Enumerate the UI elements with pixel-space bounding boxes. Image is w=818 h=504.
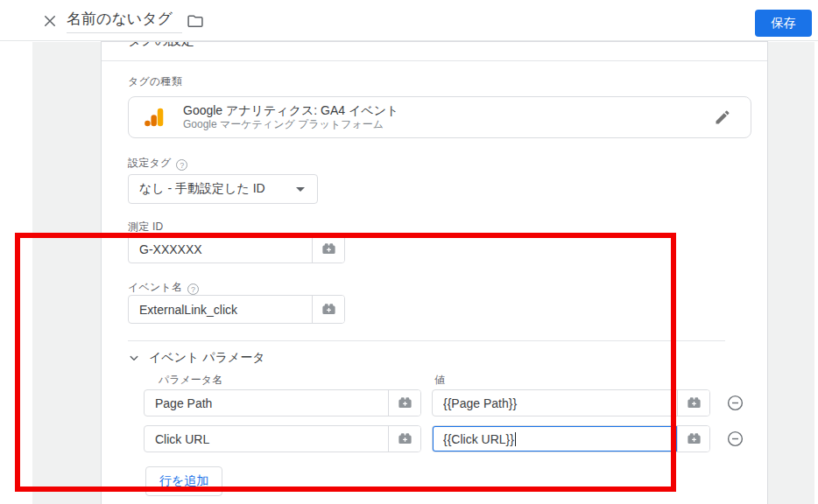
ga4-logo-icon [143, 106, 166, 129]
param-value-header: 値 [434, 373, 445, 388]
variable-picker-icon[interactable] [312, 235, 344, 262]
edit-pencil-icon[interactable] [714, 108, 731, 126]
param-name-input[interactable] [145, 390, 388, 416]
help-icon[interactable]: ? [176, 159, 187, 171]
remove-row-button[interactable] [726, 394, 744, 412]
variable-picker-icon[interactable] [677, 426, 709, 452]
event-params-section-label: イベント パラメータ [149, 350, 265, 366]
tag-name-field[interactable]: 名前のないタグ [67, 9, 182, 33]
event-name-input[interactable] [129, 296, 312, 323]
divider [102, 60, 767, 61]
tag-config-panel: タグの設定 タグの種類 Google アナリティクス: GA4 イベント Goo… [101, 41, 768, 504]
event-name-group [128, 295, 345, 324]
right-gutter [768, 42, 814, 504]
add-row-button[interactable]: 行を追加 [145, 466, 222, 496]
panel-heading-clipped: タグの設定 [128, 42, 303, 50]
variable-picker-icon[interactable] [388, 390, 420, 416]
param-name-input[interactable] [145, 426, 388, 452]
left-gutter [32, 42, 101, 504]
tag-type-platform: Google マーケティング プラットフォーム [183, 118, 714, 131]
param-row-name-group [144, 389, 421, 416]
measurement-id-group [128, 234, 345, 263]
help-icon[interactable]: ? [187, 284, 199, 295]
param-name-header: パラメータ名 [159, 373, 222, 388]
measurement-id-label: 測定 ID [128, 220, 163, 234]
chevron-down-icon [296, 187, 305, 192]
param-value-group: {{Click URL}} [432, 425, 710, 452]
measurement-id-input[interactable] [129, 235, 312, 262]
variable-picker-icon[interactable] [388, 426, 420, 452]
event-params-section-toggle[interactable]: イベント パラメータ [126, 350, 265, 366]
folder-icon[interactable] [187, 12, 204, 30]
param-value-text: {{Click URL}} [443, 432, 514, 446]
divider [128, 340, 725, 341]
save-button[interactable]: 保存 [755, 10, 812, 37]
config-tag-value: なし - 手動設定した ID [129, 181, 296, 197]
tag-type-label: タグの種類 [128, 74, 182, 89]
tag-type-name: Google アナリティクス: GA4 イベント [183, 103, 714, 118]
editor-header: 名前のないタグ 保存 [0, 0, 818, 41]
variable-picker-icon[interactable] [312, 296, 344, 323]
config-tag-label: 設定タグ? [128, 156, 187, 171]
param-value-input[interactable] [433, 390, 677, 416]
close-icon[interactable] [40, 11, 60, 31]
param-row-name-group [144, 425, 421, 452]
text-cursor [515, 432, 516, 446]
tag-type-text: Google アナリティクス: GA4 イベント Google マーケティング … [183, 103, 714, 131]
variable-picker-icon[interactable] [677, 390, 709, 416]
config-tag-select[interactable]: なし - 手動設定した ID [128, 174, 318, 204]
chevron-down-icon [126, 350, 142, 366]
param-value-input-focused[interactable]: {{Click URL}} [432, 425, 677, 452]
remove-row-button[interactable] [726, 430, 744, 448]
param-value-group [432, 389, 710, 416]
event-name-label: イベント名? [128, 280, 199, 295]
tag-type-selector[interactable]: Google アナリティクス: GA4 イベント Google マーケティング … [128, 96, 751, 138]
